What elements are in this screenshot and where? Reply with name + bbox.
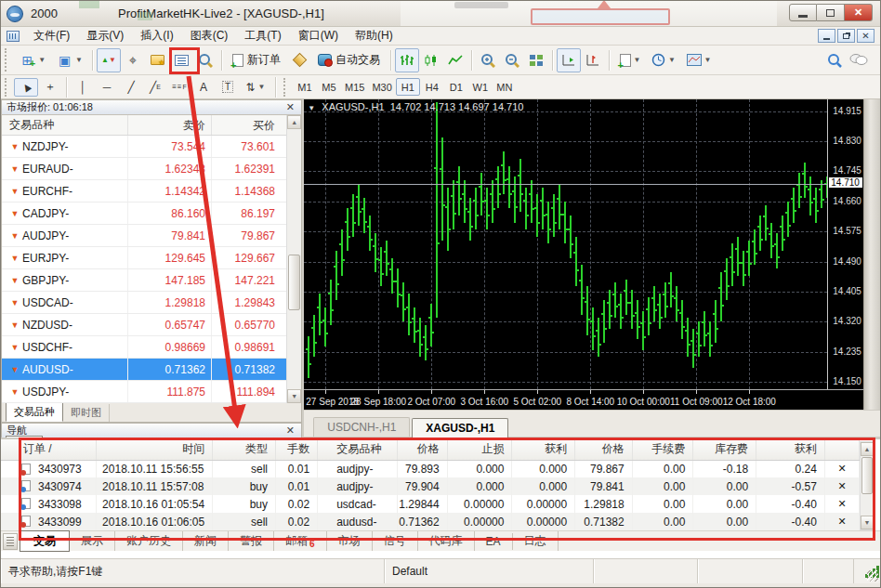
tab-signals[interactable]: 信号 (373, 531, 418, 551)
col-lots[interactable]: 手数 (276, 439, 318, 460)
timeframe-m30[interactable]: M30 (368, 78, 395, 96)
order-row[interactable]: 34309742018.10.11 15:57:08buy0.01audjpy-… (1, 477, 860, 495)
child-minimize-button[interactable] (818, 29, 835, 43)
profiles-button[interactable]: ▣▼ (51, 48, 88, 72)
scroll-up-icon[interactable]: ▲ (861, 442, 874, 456)
market-row[interactable]: ▼AUDUSD-0.713620.71382 (2, 359, 301, 381)
market-watch-close-icon[interactable]: ✕ (283, 101, 296, 113)
candlestick-button[interactable] (419, 48, 443, 72)
terminal-button[interactable] (169, 48, 193, 72)
tab-market[interactable]: 市场 (327, 531, 373, 551)
timeframe-mn[interactable]: MN (493, 78, 517, 96)
timeframe-w1[interactable]: W1 (468, 78, 493, 96)
text-tool[interactable]: A (191, 78, 216, 97)
market-row[interactable]: ▼NZDUSD-0.657470.65770 (2, 314, 301, 336)
line-chart-button[interactable] (443, 48, 467, 72)
time-axis[interactable]: 27 Sep 201828 Sep 18:002 Oct 07:003 Oct … (304, 389, 827, 410)
scroll-thumb[interactable] (288, 255, 300, 310)
fibonacci-tool[interactable]: ≡≡F (167, 78, 191, 97)
resize-grip[interactable] (867, 570, 878, 581)
autoscroll-button[interactable] (557, 48, 581, 72)
chart-shift-button[interactable] (581, 48, 605, 72)
col-commission[interactable]: 手续费 (632, 439, 693, 460)
child-restore-button[interactable] (837, 29, 855, 43)
col-profit[interactable]: 获利 (756, 439, 825, 460)
indicators-button[interactable]: ▼ (613, 48, 647, 72)
menu-file[interactable]: 文件(F) (25, 26, 78, 46)
label-tool[interactable]: T (216, 78, 240, 97)
market-row[interactable]: ▼EURJPY-129.645129.667 (2, 247, 301, 269)
market-watch-scrollbar[interactable]: ▲ ▼ (286, 115, 301, 403)
col-order[interactable]: 订单 / (1, 439, 97, 460)
tab-xagusd[interactable]: XAGUSD-,H1 (412, 418, 508, 438)
timeframe-h4[interactable]: H4 (420, 78, 444, 96)
close-button[interactable]: ✕ (845, 4, 873, 21)
vertical-line-tool[interactable]: │ (71, 78, 95, 97)
timeframe-d1[interactable]: D1 (444, 78, 468, 96)
menu-view[interactable]: 显示(V) (78, 26, 132, 46)
col-sl[interactable]: 止损 (447, 439, 512, 460)
channel-tool[interactable]: ╱E (143, 78, 167, 97)
market-row[interactable]: ▼AUDJPY-79.84179.867 (2, 225, 301, 247)
scroll-thumb[interactable] (861, 457, 873, 494)
menu-help[interactable]: 帮助(H) (347, 26, 401, 46)
menu-window[interactable]: 窗口(W) (290, 26, 347, 46)
close-order-icon[interactable]: ✕ (824, 460, 859, 477)
timeframe-m5[interactable]: M5 (317, 78, 341, 96)
col-symbol[interactable]: 交易品种 (2, 117, 127, 133)
close-order-icon[interactable]: ✕ (824, 495, 859, 513)
tab-news[interactable]: 新闻 (183, 531, 229, 551)
navigator-button[interactable] (145, 48, 169, 72)
tab-tick-chart[interactable]: 即时图 (63, 404, 110, 422)
new-order-button[interactable]: 新订单 (226, 48, 287, 72)
market-row[interactable]: ▼USDCAD-1.298181.29843 (2, 292, 301, 314)
trendline-tool[interactable]: ╱ (119, 78, 143, 97)
timeframe-m15[interactable]: M15 (341, 78, 368, 96)
periods-button[interactable]: ▼ (647, 48, 680, 72)
chat-icon[interactable] (847, 48, 871, 72)
market-row[interactable]: ▼EURAUD-1.623481.62391 (2, 158, 301, 180)
crosshair-tool[interactable]: ＋ (38, 78, 62, 97)
price-axis[interactable]: 14.710 14.91514.83014.74514.66014.57514.… (827, 99, 864, 389)
tab-experts[interactable]: EA (475, 533, 513, 550)
strategy-tester-button[interactable] (193, 48, 217, 72)
toolbar-grip[interactable] (5, 78, 11, 97)
search-icon[interactable] (822, 48, 847, 72)
timeframe-m1[interactable]: M1 (293, 78, 317, 96)
tab-exposure[interactable]: 展示 (70, 531, 115, 551)
chart-plot[interactable]: ▼ XAGUSD-,H1 14.702 14.713 14.697 14.710 (304, 99, 827, 389)
zoom-out-button[interactable] (500, 48, 524, 72)
scroll-down-icon[interactable]: ▼ (861, 516, 874, 529)
tab-mailbox[interactable]: 邮箱6 (274, 531, 327, 551)
child-close-button[interactable]: ✕ (857, 29, 874, 43)
toolbar-grip[interactable] (5, 48, 11, 72)
tab-journal[interactable]: 日志 (513, 531, 559, 551)
order-row[interactable]: 34330982018.10.16 01:05:54buy0.02usdcad-… (1, 495, 860, 513)
tab-code-base[interactable]: 代码库 (418, 531, 475, 551)
col-price2[interactable]: 价格 (575, 439, 633, 460)
col-ask[interactable]: 买价 (211, 115, 281, 135)
tile-windows-button[interactable] (524, 48, 548, 72)
new-chart-button[interactable]: ⊞+▼ (14, 48, 51, 72)
menu-insert[interactable]: 插入(I) (132, 26, 181, 46)
market-row[interactable]: ▼USDJPY-111.875111.894 (2, 381, 301, 403)
col-tp[interactable]: 获利 (512, 439, 575, 460)
market-row[interactable]: ▼NZDJPY-73.54473.601 (2, 136, 301, 158)
templates-button[interactable]: ▼ (680, 48, 717, 72)
tab-usdcnh[interactable]: USDCNH-,H1 (313, 417, 410, 437)
market-watch-button[interactable]: ▲▼ (97, 48, 121, 72)
market-row[interactable]: ▼EURCHF-1.143421.14368 (2, 180, 301, 203)
close-order-icon[interactable]: ✕ (824, 513, 859, 530)
terminal-grip-icon[interactable] (3, 533, 18, 550)
market-row[interactable]: ▼GBPJPY-147.185147.221 (2, 269, 301, 292)
terminal-scrollbar[interactable]: ▲ ▼ (860, 441, 874, 530)
col-time[interactable]: 时间 (97, 439, 213, 460)
bar-chart-button[interactable] (395, 48, 419, 72)
market-row[interactable]: ▼CADJPY-86.16086.197 (2, 203, 301, 225)
tab-alerts[interactable]: 警报 (229, 531, 274, 551)
col-type[interactable]: 类型 (213, 439, 276, 460)
arrows-tool[interactable]: ⇅▼ (240, 78, 271, 97)
scroll-down-icon[interactable]: ▼ (287, 389, 301, 403)
data-window-button[interactable]: ⌖ (121, 48, 145, 72)
autotrading-button[interactable]: 自动交易 (311, 48, 387, 72)
